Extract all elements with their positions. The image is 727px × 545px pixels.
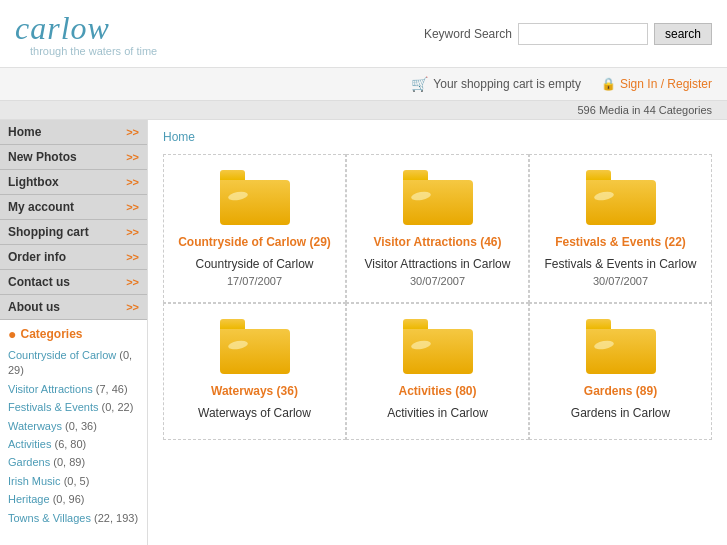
card-desc-festivals-events: Festivals & Events in Carlow [540,257,701,271]
signin-area[interactable]: 🔒 Sign In / Register [601,77,712,91]
sidebar: Home >> New Photos >> Lightbox >> My acc… [0,120,148,545]
card-desc-activities: Activities in Carlow [357,406,518,420]
sidebar-item-new-photos[interactable]: New Photos >> [0,145,147,170]
folder-icon [403,319,473,374]
card-title-gardens[interactable]: Gardens (89) [540,384,701,398]
category-item-waterways[interactable]: Waterways (0, 36) [8,419,139,434]
folder-icon [220,170,290,225]
top-bar: 🛒 Your shopping cart is empty 🔒 Sign In … [0,68,727,101]
nav-label: Contact us [8,275,70,289]
card-date-countryside: 17/07/2007 [174,275,335,287]
logo-tagline: through the waters of time [30,45,157,57]
category-item-gardens[interactable]: Gardens (0, 89) [8,455,139,470]
category-item-activities[interactable]: Activities (6, 80) [8,437,139,452]
category-card-gardens: Gardens (89) Gardens in Carlow [529,303,712,440]
folder-icon [220,319,290,374]
sidebar-item-contact-us[interactable]: Contact us >> [0,270,147,295]
nav-arrow: >> [126,176,139,188]
content-area: Home Countryside of Carlow (29) Countrys… [148,120,727,545]
nav-label: My account [8,200,74,214]
category-card-waterways: Waterways (36) Waterways of Carlow [163,303,346,440]
nav-arrow: >> [126,301,139,313]
folder-icon [586,170,656,225]
media-bar: 596 Media in 44 Categories [0,101,727,120]
card-title-festivals-events[interactable]: Festivals & Events (22) [540,235,701,249]
cart-text: Your shopping cart is empty [433,77,581,91]
card-title-visitor-attractions[interactable]: Visitor Attractions (46) [357,235,518,249]
nav-label: Home [8,125,41,139]
cart-info: 🛒 Your shopping cart is empty [411,76,581,92]
sidebar-item-shopping-cart[interactable]: Shopping cart >> [0,220,147,245]
category-item-festivals-events[interactable]: Festivals & Events (0, 22) [8,400,139,415]
category-list: Countryside of Carlow (0, 29) Visitor At… [0,346,147,531]
nav-arrow: >> [126,251,139,263]
card-title-activities[interactable]: Activities (80) [357,384,518,398]
categories-bullet: ● [8,326,16,342]
categories-label: Categories [20,327,82,341]
category-card-activities: Activities (80) Activities in Carlow [346,303,529,440]
nav-label: Shopping cart [8,225,89,239]
logo-area: carlow through the waters of time [15,10,157,57]
search-button[interactable]: search [654,23,712,45]
nav-label: New Photos [8,150,77,164]
category-item-heritage[interactable]: Heritage (0, 96) [8,492,139,507]
category-item-towns-villages[interactable]: Towns & Villages (22, 193) [8,511,139,526]
card-desc-countryside: Countryside of Carlow [174,257,335,271]
sidebar-item-about-us[interactable]: About us >> [0,295,147,320]
card-title-countryside[interactable]: Countryside of Carlow (29) [174,235,335,249]
lock-icon: 🔒 [601,77,616,91]
signin-text[interactable]: Sign In / Register [620,77,712,91]
category-card-festivals-events: Festivals & Events (22) Festivals & Even… [529,154,712,303]
search-label: Keyword Search [424,27,512,41]
nav-arrow: >> [126,151,139,163]
category-item-countryside[interactable]: Countryside of Carlow (0, 29) [8,348,139,379]
card-title-waterways[interactable]: Waterways (36) [174,384,335,398]
card-desc-waterways: Waterways of Carlow [174,406,335,420]
search-area: Keyword Search search [424,23,712,45]
folder-icon [586,319,656,374]
card-date-festivals-events: 30/07/2007 [540,275,701,287]
category-card-visitor-attractions: Visitor Attractions (46) Visitor Attract… [346,154,529,303]
sidebar-item-lightbox[interactable]: Lightbox >> [0,170,147,195]
nav-label: Lightbox [8,175,59,189]
cart-icon: 🛒 [411,76,428,92]
nav-label: Order info [8,250,66,264]
category-card-countryside: Countryside of Carlow (29) Countryside o… [163,154,346,303]
category-grid: Countryside of Carlow (29) Countryside o… [163,154,712,440]
card-desc-gardens: Gardens in Carlow [540,406,701,420]
logo[interactable]: carlow [15,10,157,47]
category-item-visitor-attractions[interactable]: Visitor Attractions (7, 46) [8,382,139,397]
main-layout: Home >> New Photos >> Lightbox >> My acc… [0,120,727,545]
media-count: 596 Media in 44 Categories [577,104,712,116]
header: carlow through the waters of time Keywor… [0,0,727,68]
breadcrumb[interactable]: Home [163,130,712,144]
search-input[interactable] [518,23,648,45]
category-item-irish-music[interactable]: Irish Music (0, 5) [8,474,139,489]
nav-arrow: >> [126,126,139,138]
sidebar-item-order-info[interactable]: Order info >> [0,245,147,270]
nav-arrow: >> [126,226,139,238]
folder-icon [403,170,473,225]
categories-header: ● Categories [0,320,147,346]
card-desc-visitor-attractions: Visitor Attractions in Carlow [357,257,518,271]
card-date-visitor-attractions: 30/07/2007 [357,275,518,287]
nav-label: About us [8,300,60,314]
nav-arrow: >> [126,276,139,288]
sidebar-item-my-account[interactable]: My account >> [0,195,147,220]
nav-arrow: >> [126,201,139,213]
sidebar-item-home[interactable]: Home >> [0,120,147,145]
